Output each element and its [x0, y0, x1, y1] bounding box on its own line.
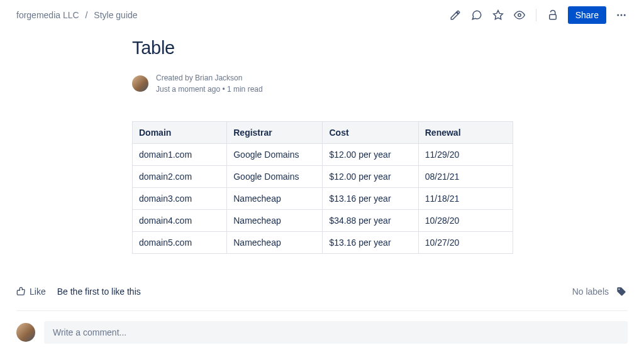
share-button[interactable]: Share [568, 6, 606, 24]
section-divider [16, 310, 628, 311]
th-domain: Domain [133, 122, 227, 144]
toolbar: Share [449, 6, 628, 24]
table-cell: Namecheap [227, 232, 323, 254]
table-cell: 08/21/21 [418, 166, 513, 188]
toolbar-separator [536, 9, 536, 21]
table-cell: Namecheap [227, 210, 323, 232]
breadcrumb-separator: / [86, 10, 88, 20]
watch-icon[interactable] [513, 9, 526, 21]
comment-input[interactable] [44, 321, 628, 344]
edit-icon[interactable] [449, 9, 462, 21]
table-cell: domain4.com [133, 210, 227, 232]
timestamp: Just a moment ago [156, 85, 220, 94]
table-cell: $13.16 per year [323, 232, 418, 254]
th-cost: Cost [323, 122, 418, 144]
th-registrar: Registrar [227, 122, 323, 144]
svg-marker-0 [493, 11, 502, 19]
table-cell: $12.00 per year [323, 166, 418, 188]
table-cell: 11/29/20 [418, 144, 513, 166]
restrictions-icon[interactable] [547, 9, 559, 21]
current-user-avatar[interactable] [16, 323, 35, 342]
table-cell: 11/18/21 [418, 188, 513, 210]
table-cell: domain1.com [133, 144, 227, 166]
breadcrumb-space[interactable]: forgemedia LLC [16, 10, 79, 20]
comment-icon[interactable] [470, 9, 483, 21]
table-cell: domain2.com [133, 166, 227, 188]
table-cell: Google Domains [227, 166, 323, 188]
star-icon[interactable] [492, 9, 504, 21]
table-row: domain5.comNamecheap$13.16 per year10/27… [133, 232, 513, 254]
domain-table: Domain Registrar Cost Renewal domain1.co… [132, 121, 513, 254]
like-button[interactable]: Like [16, 287, 46, 297]
table-row: domain4.comNamecheap$34.88 per year10/28… [133, 210, 513, 232]
table-row: domain1.comGoogle Domains$12.00 per year… [133, 144, 513, 166]
byline: Created by Brian Jackson Just a moment a… [156, 72, 263, 95]
svg-rect-2 [549, 14, 556, 19]
svg-point-5 [624, 14, 626, 16]
table-cell: 10/27/20 [418, 232, 513, 254]
breadcrumb: forgemedia LLC / Style guide [16, 10, 138, 20]
table-cell: $13.16 per year [323, 188, 418, 210]
table-row: domain2.comGoogle Domains$12.00 per year… [133, 166, 513, 188]
like-label: Like [30, 287, 46, 297]
like-hint: Be the first to like this [57, 287, 141, 297]
read-time: 1 min read [227, 85, 263, 94]
th-renewal: Renewal [418, 122, 513, 144]
author-name[interactable]: Brian Jackson [195, 74, 242, 82]
breadcrumb-page[interactable]: Style guide [94, 10, 137, 20]
table-cell: $12.00 per year [323, 144, 418, 166]
meta-separator: • [222, 85, 227, 94]
table-cell: domain3.com [133, 188, 227, 210]
table-cell: $34.88 per year [323, 210, 418, 232]
table-cell: Namecheap [227, 188, 323, 210]
more-icon[interactable] [615, 9, 628, 21]
page-title: Table [132, 38, 644, 58]
svg-point-1 [518, 14, 521, 17]
table-header-row: Domain Registrar Cost Renewal [133, 122, 513, 144]
no-labels-text: No labels [572, 287, 609, 297]
table-cell: Google Domains [227, 144, 323, 166]
svg-point-3 [617, 14, 619, 16]
created-by-prefix: Created by [156, 74, 195, 82]
table-cell: 10/28/20 [418, 210, 513, 232]
table-cell: domain5.com [133, 232, 227, 254]
svg-point-4 [621, 14, 623, 16]
labels-icon[interactable] [615, 285, 628, 298]
author-avatar[interactable] [132, 75, 148, 92]
table-row: domain3.comNamecheap$13.16 per year11/18… [133, 188, 513, 210]
